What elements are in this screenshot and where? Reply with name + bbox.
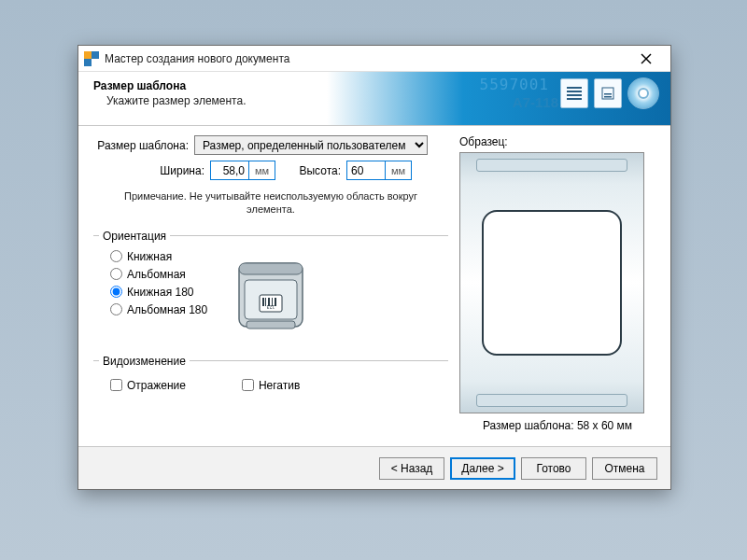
header-decor-text: 5597001 <box>480 76 549 93</box>
width-label: Ширина: <box>130 164 204 177</box>
wizard-dialog: Мастер создания нового документа Размер … <box>78 45 671 490</box>
header-decor <box>560 77 659 109</box>
orientation-landscape-180[interactable]: Альбомная 180 <box>110 303 207 316</box>
roll-top <box>476 159 627 172</box>
svg-rect-12 <box>262 298 264 306</box>
modification-group: Видоизменение Отражение Негатив <box>93 355 448 398</box>
svg-rect-2 <box>92 59 99 66</box>
height-label: Высота: <box>275 164 341 177</box>
settings-column: Размер шаблона: Размер, определенный пол… <box>93 135 448 441</box>
svg-rect-13 <box>265 298 266 306</box>
template-size-dropdown[interactable]: Размер, определенный пользователем <box>194 135 428 155</box>
preview-column: Образец: Размер шаблона: 58 x 60 мм <box>459 135 655 441</box>
height-unit: мм <box>386 161 412 180</box>
width-unit: мм <box>249 161 275 180</box>
cancel-button[interactable]: Отмена <box>592 457 657 480</box>
wizard-header: Размер шаблона Укажите размер элемента. … <box>78 72 670 126</box>
orientation-options: Книжная Альбомная Книжная 180 Альбомная … <box>93 250 207 343</box>
height-input[interactable] <box>346 161 386 180</box>
roll-bottom <box>476 394 627 407</box>
mirror-checkbox[interactable]: Отражение <box>110 379 186 392</box>
svg-rect-18 <box>247 321 295 329</box>
orientation-portrait-180[interactable]: Книжная 180 <box>110 286 207 299</box>
svg-rect-1 <box>84 51 92 59</box>
close-icon <box>641 53 652 64</box>
orientation-group: Ориентация Книжная Альбомная Книжная 180 <box>93 230 448 349</box>
negative-checkbox[interactable]: Негатив <box>242 379 300 392</box>
barcode-icon <box>560 78 588 108</box>
orientation-legend: Ориентация <box>99 230 170 243</box>
header-decor-text2: A7-118 <box>513 94 558 110</box>
label-icon <box>594 78 622 108</box>
svg-rect-9 <box>239 263 303 274</box>
modification-legend: Видоизменение <box>99 355 190 368</box>
orientation-portrait[interactable]: Книжная <box>110 250 207 263</box>
sample-label: Образец: <box>459 135 655 148</box>
orientation-landscape[interactable]: Альбомная <box>110 268 207 281</box>
content-area: Размер шаблона: Размер, определенный пол… <box>78 126 670 446</box>
sample-caption: Размер шаблона: 58 x 60 мм <box>459 419 655 432</box>
svg-rect-7 <box>604 96 612 98</box>
width-input[interactable] <box>210 161 249 180</box>
finish-button[interactable]: Готово <box>521 457 586 480</box>
printer-icon: 123 <box>226 252 316 342</box>
cd-icon <box>627 77 659 109</box>
back-button[interactable]: < Назад <box>379 457 444 480</box>
titlebar: Мастер создания нового документа <box>78 46 670 72</box>
next-button[interactable]: Далее > <box>450 457 515 480</box>
sample-preview <box>459 152 644 413</box>
wizard-footer: < Назад Далее > Готово Отмена <box>78 446 670 489</box>
size-note: Примечание. Не учитывайте неиспользуемую… <box>93 186 448 224</box>
window-title: Мастер создания нового документа <box>105 52 627 65</box>
close-button[interactable] <box>627 48 665 70</box>
svg-text:123: 123 <box>267 304 275 310</box>
svg-rect-6 <box>604 93 612 95</box>
printer-preview: 123 <box>224 250 317 343</box>
app-icon <box>84 51 99 66</box>
template-size-label: Размер шаблона: <box>93 139 189 152</box>
label-preview <box>482 210 622 356</box>
